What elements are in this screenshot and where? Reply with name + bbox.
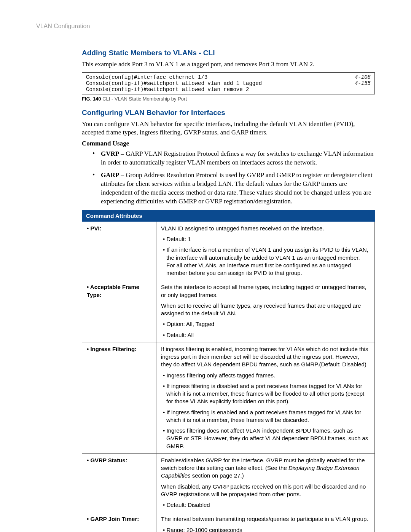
bullet-garp-prefix: GARP bbox=[101, 171, 119, 179]
section2-intro: You can configure VLAN behavior for spec… bbox=[82, 120, 375, 137]
aft-default: Default: All bbox=[161, 331, 370, 339]
gvrp-default: Default: Disabled bbox=[161, 501, 370, 509]
code-ref: 4-155 bbox=[355, 80, 371, 86]
figure-text: CLI - VLAN Static Membership by Port bbox=[101, 96, 187, 102]
row-label-garp: • GARP Join Timer: bbox=[82, 512, 156, 532]
table-row: • GARP Join Timer: The interval between … bbox=[82, 512, 375, 532]
pvi-default: Default: 1 bbox=[161, 235, 370, 243]
aft-desc2: When set to receive all frame types, any… bbox=[161, 302, 370, 318]
table-row: • PVI: VLAN ID assigned to untagged fram… bbox=[82, 221, 375, 280]
code-line: Console(config)#interface ethernet 1/3 4… bbox=[86, 74, 371, 80]
bullet-garp-text: – Group Address Resolution Protocol is u… bbox=[101, 171, 373, 205]
bullet-gvrp-prefix: GVRP bbox=[101, 150, 119, 157]
figure-number: FIG. 140 bbox=[82, 96, 101, 102]
ingress-b2: If ingress filtering is disabled and a p… bbox=[161, 382, 370, 406]
row-desc-garp: The interval between transmitting reques… bbox=[156, 512, 375, 532]
code-ref: 4-108 bbox=[355, 74, 371, 80]
row-desc-aft: Sets the interface to accept all frame t… bbox=[156, 280, 375, 342]
table-row: • Ingress Filtering: If ingress filterin… bbox=[82, 342, 375, 453]
section1-intro: This example adds Port 3 to VLAN 1 as a … bbox=[82, 60, 375, 69]
row-label-gvrp: • GVRP Status: bbox=[82, 453, 156, 512]
code-block-cli: Console(config)#interface ethernet 1/3 4… bbox=[82, 72, 375, 94]
bullet-garp: GARP – Group Address Resolution Protocol… bbox=[92, 171, 375, 206]
ingress-b4: Ingress filtering does not affect VLAN i… bbox=[161, 427, 370, 450]
table-row: • Acceptable Frame Type: Sets the interf… bbox=[82, 280, 375, 342]
code-line: Console(config-if)#switchport allowed vl… bbox=[86, 80, 371, 86]
row-desc-ingress: If ingress filtering is enabled, incomin… bbox=[156, 342, 375, 453]
pvi-desc: VLAN ID assigned to untagged frames rece… bbox=[161, 225, 324, 232]
page-header: VLAN Configuration bbox=[36, 23, 375, 30]
garp-desc1: The interval between transmitting reques… bbox=[161, 516, 368, 522]
row-label-ingress: • Ingress Filtering: bbox=[82, 342, 156, 453]
code-left: Console(config-if)#switchport allowed vl… bbox=[86, 86, 249, 93]
section-title-configure-vlan: Configuring VLAN Behavior for Interfaces bbox=[82, 109, 375, 117]
pvi-note: If an interface is not a member of VLAN … bbox=[161, 246, 370, 277]
garp-range: Range: 20-1000 centiseconds bbox=[161, 526, 370, 532]
code-line: Console(config-if)#switchport allowed vl… bbox=[86, 86, 371, 93]
ingress-b3: If ingress filtering is enabled and a po… bbox=[161, 409, 370, 424]
section-title-add-static: Adding Static Members to VLANs - CLI bbox=[82, 49, 375, 57]
row-desc-pvi: VLAN ID assigned to untagged frames rece… bbox=[156, 221, 375, 280]
row-label-aft: • Acceptable Frame Type: bbox=[82, 280, 156, 342]
command-usage-list: GVRP – GARP VLAN Registration Protocol d… bbox=[92, 150, 375, 206]
bullet-gvrp: GVRP – GARP VLAN Registration Protocol d… bbox=[92, 150, 375, 167]
row-desc-gvrp: Enables/disables GVRP for the interface.… bbox=[156, 453, 375, 512]
table-header: Command Attributes bbox=[82, 210, 375, 221]
figure-caption: FIG. 140 CLI - VLAN Static Membership by… bbox=[82, 96, 375, 102]
command-attributes-table: Command Attributes • PVI: VLAN ID assign… bbox=[82, 210, 375, 532]
code-left: Console(config-if)#switchport allowed vl… bbox=[86, 80, 262, 86]
code-left: Console(config)#interface ethernet 1/3 bbox=[86, 74, 207, 80]
row-label-pvi: • PVI: bbox=[82, 221, 156, 280]
table-row: • GVRP Status: Enables/disables GVRP for… bbox=[82, 453, 375, 512]
aft-desc1: Sets the interface to accept all frame t… bbox=[161, 284, 366, 298]
aft-option: Option: All, Tagged bbox=[161, 320, 370, 328]
gvrp-desc1c: section on page 27.) bbox=[191, 472, 244, 479]
command-usage-label: Command Usage bbox=[82, 140, 375, 147]
gvrp-desc2: When disabled, any GVRP packets received… bbox=[161, 483, 370, 498]
ingress-desc1: If ingress filtering is enabled, incomin… bbox=[161, 346, 368, 368]
bullet-gvrp-text: – GARP VLAN Registration Protocol define… bbox=[101, 150, 373, 166]
ingress-b1: Ingress filtering only affects tagged fr… bbox=[161, 372, 370, 379]
